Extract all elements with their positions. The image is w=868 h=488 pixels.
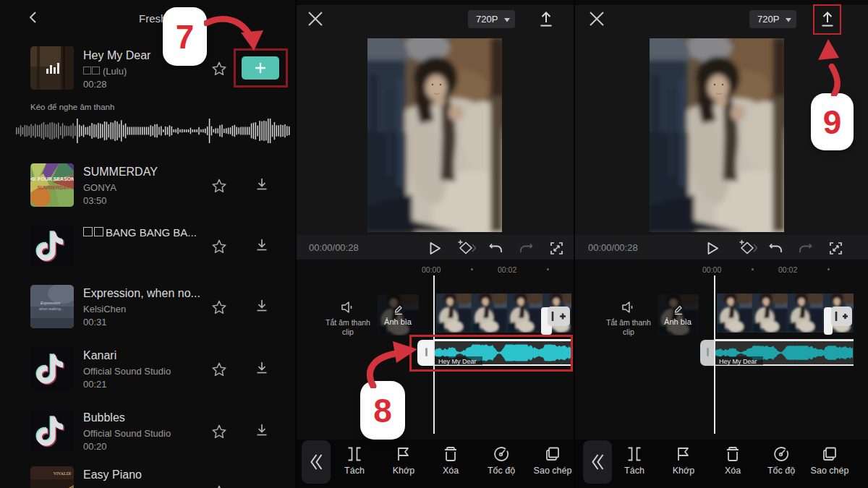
svg-text:THE FOUR SEASONS: THE FOUR SEASONS bbox=[30, 176, 74, 181]
svg-text:when walking...: when walking... bbox=[39, 307, 64, 311]
svg-text:Expression: Expression bbox=[41, 301, 60, 305]
svg-text:SUMMERDAY: SUMMERDAY bbox=[37, 185, 70, 190]
svg-text:VIVALDI: VIVALDI bbox=[54, 471, 71, 476]
